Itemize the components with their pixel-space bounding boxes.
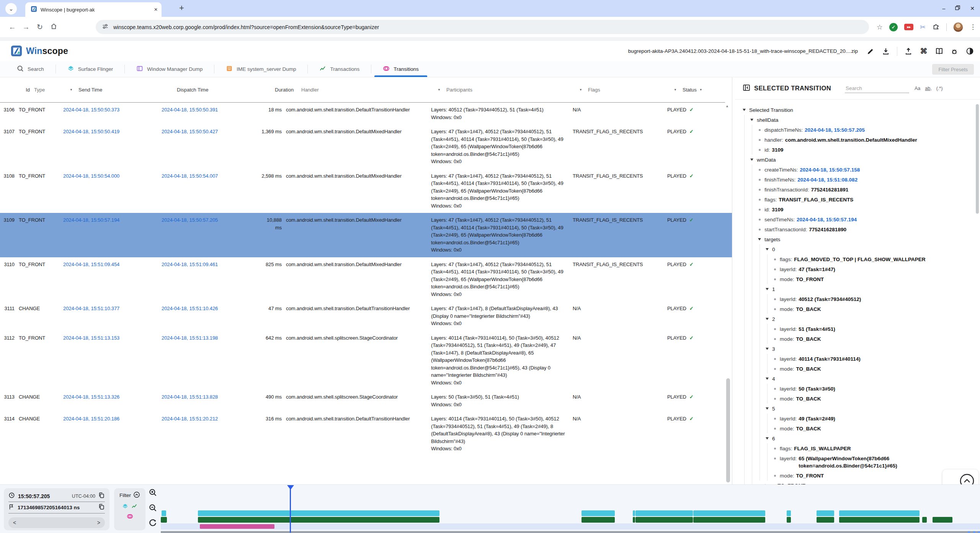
collapse-arrow-icon[interactable] (766, 318, 769, 320)
timeline-segment[interactable] (161, 517, 167, 523)
timeline-segment[interactable] (633, 510, 635, 516)
back-icon[interactable]: ← (5, 23, 19, 31)
current-timestamp[interactable]: 1713469857205164013 ns (18, 505, 80, 510)
tree-property-flags[interactable]: flags:FLAG_MOVED_TO_TOP | FLAG_SHOW_WALL… (773, 254, 976, 264)
panel-scrollbar[interactable] (976, 104, 979, 214)
extensions-puzzle-icon[interactable] (932, 23, 940, 32)
tree-node[interactable]: 6 (766, 433, 976, 443)
window-close-button[interactable]: ✕ (970, 5, 975, 11)
collapse-arrow-icon[interactable] (766, 437, 769, 440)
filter-dropdown-icon[interactable]: ▼ (70, 88, 74, 92)
scissors-extension-icon[interactable]: ✂ (920, 23, 926, 31)
next-entry-button[interactable]: > (97, 520, 100, 526)
transitions-filter-icon[interactable] (127, 513, 133, 521)
match-case-icon[interactable]: Aa (915, 86, 920, 91)
reset-zoom-icon[interactable] (149, 519, 157, 529)
extension-check-icon[interactable]: ✓ (889, 23, 898, 31)
tree-node[interactable]: 1 (766, 284, 976, 294)
filter-dropdown-icon[interactable]: ▼ (699, 88, 704, 92)
surface-flinger-filter-icon[interactable] (122, 503, 128, 511)
new-tab-button[interactable]: + (179, 3, 184, 13)
tree-node[interactable]: 5 (766, 404, 976, 414)
extension-media-icon[interactable]: ▶▶ (904, 24, 913, 30)
site-settings-icon[interactable] (102, 23, 109, 31)
copy-timestamp-icon[interactable] (98, 504, 105, 512)
tree-property-layerId[interactable]: layerId:49 (Task=2#49) (773, 414, 976, 423)
timeline-segment[interactable] (581, 517, 615, 523)
timeline-segment[interactable] (968, 531, 970, 533)
collapse-filter-icon[interactable] (133, 491, 140, 499)
timeline-canvas[interactable] (161, 485, 980, 533)
download-icon[interactable] (882, 47, 890, 56)
transactions-filter-icon[interactable] (131, 503, 137, 511)
transition-row-3108[interactable]: 3108TO_FRONT2024-04-18, 15:50:54.0002024… (0, 169, 732, 213)
timeline-segment[interactable] (839, 510, 920, 516)
timestamp-field[interactable]: 1713469857205164013 ns (8, 502, 105, 513)
timeline-segment[interactable] (581, 510, 615, 516)
collapse-arrow-icon[interactable] (750, 159, 753, 161)
reload-icon[interactable]: ↻ (33, 23, 47, 31)
timeline-segment[interactable] (787, 510, 791, 516)
address-bar[interactable]: winscope.teams.x20web.corp.google.com/pr… (96, 20, 869, 34)
tree-property-createTimeNs[interactable]: createTimeNs:2024-04-18, 15:50:57.158 (758, 165, 976, 175)
collapse-panel-icon[interactable] (743, 84, 750, 93)
timeline-segment[interactable] (787, 517, 791, 523)
tree-property-mode[interactable]: mode:TO_BACK (773, 304, 976, 314)
tree-property-layerId[interactable]: layerId:47 (Task=1#47) (773, 264, 976, 274)
transition-row-3112[interactable]: 3112TO_FRONT2024-04-18, 15:51:13.1532024… (0, 331, 732, 390)
tree-property-id[interactable]: id:3109 (758, 145, 976, 155)
tree-node[interactable]: 2 (766, 314, 976, 324)
tab-window-manager-dump[interactable]: Window Manager Dump (125, 61, 214, 77)
prev-entry-button[interactable]: < (13, 520, 16, 526)
edit-pencil-icon[interactable] (866, 47, 875, 56)
tree-property-mode[interactable]: mode:TO_BACK (773, 364, 976, 374)
tree-node[interactable]: 4 (766, 374, 976, 384)
browser-tab[interactable]: Winscope | bugreport-ak ✕ (25, 2, 162, 17)
bookmark-star-icon[interactable]: ☆ (877, 23, 883, 31)
tree-property-mode[interactable]: mode:TO_BACK (773, 423, 976, 433)
tree-node[interactable]: shellData (750, 115, 976, 125)
tree-property-mode[interactable]: mode:TO_FRONT (773, 274, 976, 284)
timeline-segment[interactable] (198, 517, 439, 523)
collapse-arrow-icon[interactable] (766, 288, 769, 290)
surface-flinger-track[interactable] (161, 510, 980, 516)
column-header-flags[interactable]: Flags▼ (588, 87, 678, 93)
timeline-segment[interactable] (200, 524, 274, 529)
timeline-segment[interactable] (817, 517, 834, 523)
filter-dropdown-icon[interactable]: ▼ (579, 88, 584, 92)
tree-property-mode[interactable]: mode:TO_BACK (773, 334, 976, 344)
match-word-icon[interactable]: ab, (925, 86, 931, 91)
tree-node[interactable]: 3 (766, 344, 976, 354)
tree-node[interactable]: Selected Transition (743, 105, 976, 115)
column-header-participants[interactable]: Participants▼ (446, 87, 584, 93)
collapse-arrow-icon[interactable] (766, 378, 769, 380)
tree-property-finishTransactionId[interactable]: finishTransactionId:7752416281891 (758, 185, 976, 195)
window-restore-button[interactable] (955, 5, 960, 11)
collapse-arrow-icon[interactable] (766, 348, 769, 350)
tab-ime-system-server-dump[interactable]: IME system_server Dump (214, 61, 307, 77)
upload-icon[interactable] (904, 47, 913, 56)
zoom-out-icon[interactable] (149, 504, 157, 513)
transition-row-3111[interactable]: 3111CHANGE2024-04-18, 15:51:10.3772024-0… (0, 301, 732, 331)
timeline-segment[interactable] (162, 510, 166, 516)
tab-transactions[interactable]: Transactions (308, 61, 371, 77)
tree-property-flags[interactable]: flags:TRANSIT_FLAG_IS_RECENTS (758, 195, 976, 204)
filter-presets-button[interactable]: Filter Presets (932, 64, 974, 75)
transition-row-3106[interactable]: 3106TO_FRONT2024-04-18, 15:50:50.3732024… (0, 103, 732, 124)
column-header-status[interactable]: Status▼ (683, 87, 717, 93)
tree-property-startTransactionId[interactable]: startTransactionId:7752416281890 (758, 224, 976, 234)
transitions-track[interactable] (161, 523, 980, 530)
tree-property-sendTimeNs[interactable]: sendTimeNs:2024-04-18, 15:50:57.194 (758, 214, 976, 224)
tree-property-dispatchTimeNs[interactable]: dispatchTimeNs:2024-04-18, 15:50:57.205 (758, 125, 976, 135)
table-scrollbar[interactable] (726, 378, 730, 482)
timeline-segment[interactable] (198, 510, 439, 516)
column-header-type[interactable]: Type▼ (34, 87, 74, 93)
tab-search[interactable]: Search (5, 61, 56, 77)
tree-property-layerId[interactable]: layerId:40512 (Task=7934#40512) (773, 294, 976, 304)
timeline-segment[interactable] (817, 510, 834, 516)
timeline-scrollbar[interactable] (161, 531, 980, 533)
tree-node[interactable]: wmData (750, 155, 976, 165)
tab-close-icon[interactable]: ✕ (154, 7, 158, 12)
tree-node[interactable]: targets (758, 234, 976, 244)
collapse-arrow-icon[interactable] (766, 407, 769, 410)
